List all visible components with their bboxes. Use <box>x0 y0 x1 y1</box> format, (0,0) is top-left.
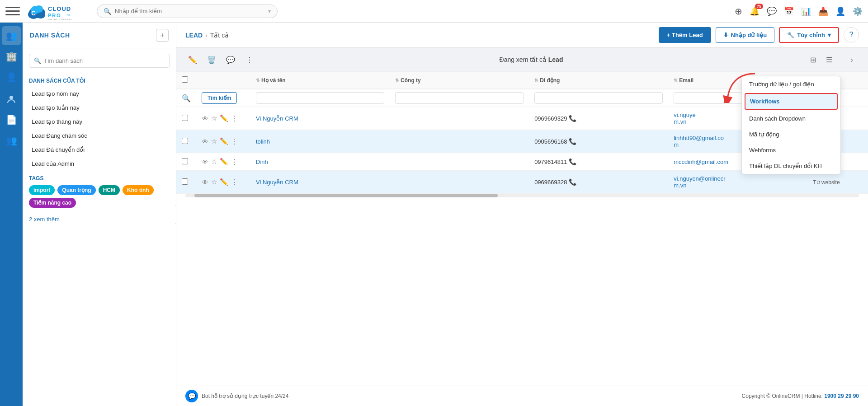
add-icon[interactable]: ⊕ <box>735 6 742 17</box>
expand-icon[interactable]: › <box>844 52 859 67</box>
search-filter-icon[interactable]: 🔍 <box>182 94 191 103</box>
row1-edit-icon[interactable]: ✏️ <box>220 114 228 122</box>
sort-email-icon: ⇅ <box>674 78 677 83</box>
footer: 💬 Bot hỗ trợ sử dụng trực tuyến 24/24 Co… <box>176 386 868 406</box>
sidebar-icon-users[interactable]: 👥 <box>2 26 21 45</box>
search-name-input[interactable] <box>256 92 384 104</box>
calendar-icon[interactable]: 📅 <box>784 6 794 16</box>
row2-star-icon[interactable]: ☆ <box>211 137 217 145</box>
row4-eye-icon[interactable]: 👁 <box>202 178 208 186</box>
tags-container: import Quan trọng HCM Khó tính Tiềm năng… <box>29 185 170 208</box>
row3-name[interactable]: Dinh <box>250 153 390 171</box>
list-item-2[interactable]: Lead tạo tháng này <box>23 115 176 129</box>
row1-more-icon[interactable]: ⋮ <box>231 114 238 122</box>
tag-kho-tinh[interactable]: Khó tính <box>123 185 154 195</box>
tag-hcm[interactable]: HCM <box>99 185 120 195</box>
tag-import[interactable]: import <box>29 185 55 195</box>
row3-more-icon[interactable]: ⋮ <box>231 158 238 166</box>
list-item-1[interactable]: Lead tạo tuần này <box>23 101 176 115</box>
more-toolbar-icon[interactable]: ⋮ <box>242 52 257 67</box>
row1-checkbox[interactable] <box>182 115 188 121</box>
notification-icon[interactable]: 🔔 75 <box>750 6 760 16</box>
search-phone-input[interactable] <box>534 92 663 104</box>
dropdown-item-convert-setup[interactable]: Thiết lập DL chuyển đổi KH <box>742 158 840 174</box>
sub-header: LEAD › Tất cả + Thêm Lead ⬇ Nhập dữ liệu… <box>176 23 868 48</box>
row3-eye-icon[interactable]: 👁 <box>202 158 208 166</box>
global-search[interactable]: 🔍 ▾ <box>97 5 278 18</box>
footer-chat[interactable]: 💬 Bot hỗ trợ sử dụng trực tuyến 24/24 <box>185 390 288 402</box>
sidebar-icon-doc[interactable]: 📄 <box>2 110 21 129</box>
sidebar-icon-people[interactable]: 👥 <box>2 131 21 150</box>
row3-checkbox[interactable] <box>182 158 188 164</box>
row4-star-icon[interactable]: ☆ <box>211 178 217 186</box>
row2-name[interactable]: tolinh <box>250 130 390 153</box>
search-input[interactable] <box>115 8 264 14</box>
customize-button[interactable]: 🔧 Tùy chỉnh ▾ <box>779 27 839 43</box>
dropdown-item-dropdown-list[interactable]: Danh sách Dropdown <box>742 111 840 126</box>
edit-toolbar-icon[interactable]: ✏️ <box>185 52 200 67</box>
sidebar-icon-person[interactable]: 👤 <box>2 68 21 87</box>
row1-star-icon[interactable]: ☆ <box>211 114 217 122</box>
view-more-tags[interactable]: 2 xem thêm <box>23 212 176 226</box>
row4-name[interactable]: Vi Nguyễn CRM <box>250 171 390 194</box>
row4-phone-icon[interactable]: 📞 <box>569 178 576 186</box>
breadcrumb-lead[interactable]: LEAD <box>185 32 203 39</box>
row2-edit-icon[interactable]: ✏️ <box>220 137 228 145</box>
dropdown-item-webforms[interactable]: Webforms <box>742 142 840 158</box>
grid-view-btn[interactable]: ⊞ <box>806 52 820 67</box>
messenger-icon[interactable]: 💬 <box>185 390 198 402</box>
search-company-input[interactable] <box>395 92 524 104</box>
list-item-5[interactable]: Lead của Admin <box>23 157 176 171</box>
user-icon[interactable]: 👤 <box>835 6 845 16</box>
app-logo[interactable]: C CLOUD PRO ™ the art of industry <box>24 3 83 20</box>
delete-toolbar-icon[interactable]: 🗑️ <box>204 52 219 67</box>
row3-phone-icon[interactable]: 📞 <box>569 158 576 165</box>
list-item-4[interactable]: Lead Đã chuyển đổi <box>23 143 176 157</box>
dropdown-item-workflows[interactable]: Workflows <box>745 93 838 110</box>
row4-checkbox[interactable] <box>182 178 188 185</box>
row4-edit-icon[interactable]: ✏️ <box>220 178 228 186</box>
chart-icon[interactable]: 📊 <box>801 6 811 16</box>
row3-star-icon[interactable]: ☆ <box>211 158 217 166</box>
list-view-btn[interactable]: ☰ <box>822 52 836 67</box>
add-list-button[interactable]: + <box>156 29 169 42</box>
row1-phone-icon[interactable]: 📞 <box>569 115 576 122</box>
comment-toolbar-icon[interactable]: 💬 <box>223 52 238 67</box>
row2-eye-icon[interactable]: 👁 <box>202 138 208 145</box>
add-lead-button[interactable]: + Thêm Lead <box>659 27 711 43</box>
horizontal-scrollbar[interactable] <box>185 194 859 197</box>
list-item-0[interactable]: Lead tạo hôm nay <box>23 87 176 101</box>
select-all-checkbox[interactable] <box>182 76 188 83</box>
dropdown-item-fields[interactable]: Trường dữ liệu / gọi điện <box>742 76 840 92</box>
row1-eye-icon[interactable]: 👁 <box>202 115 208 122</box>
search-list-container[interactable]: 🔍 <box>29 54 170 68</box>
search-list-input[interactable] <box>44 57 165 64</box>
col-company[interactable]: ⇅ Công ty <box>390 72 529 89</box>
row4-more-icon[interactable]: ⋮ <box>231 178 238 186</box>
col-phone[interactable]: ⇅ Di động <box>529 72 668 89</box>
import-data-button[interactable]: ⬇ Nhập dữ liệu <box>716 27 775 43</box>
tag-important[interactable]: Quan trọng <box>57 185 95 195</box>
hamburger-menu[interactable] <box>5 4 20 19</box>
chat-icon[interactable]: 💬 <box>767 6 777 16</box>
help-button[interactable]: ? <box>844 27 859 42</box>
inbox-icon[interactable]: 📥 <box>818 6 828 16</box>
row2-checkbox[interactable] <box>182 138 188 144</box>
scrollbar-thumb[interactable] <box>194 194 498 197</box>
row2-more-icon[interactable]: ⋮ <box>231 137 238 145</box>
sidebar-icon-contact[interactable] <box>2 89 21 108</box>
list-item-3[interactable]: Lead Đang chăm sóc <box>23 129 176 143</box>
breadcrumb-all[interactable]: Tất cả <box>210 32 229 39</box>
search-row-check: 🔍 <box>176 89 196 107</box>
row2-phone-icon[interactable]: 📞 <box>569 138 576 145</box>
col-name[interactable]: ⇅ Họ và tên <box>250 72 390 89</box>
search-button[interactable]: Tìm kiếm <box>202 92 237 104</box>
tag-tiem-nang[interactable]: Tiềm năng cao <box>29 198 76 208</box>
dropdown-item-auto-code[interactable]: Mã tự động <box>742 126 840 142</box>
col-checkbox <box>176 72 196 89</box>
hotline[interactable]: 1900 29 29 90 <box>824 393 859 399</box>
settings-icon[interactable]: ⚙️ <box>853 6 863 16</box>
row3-edit-icon[interactable]: ✏️ <box>220 158 228 166</box>
sidebar-icon-building[interactable]: 🏢 <box>2 47 21 66</box>
row1-name[interactable]: Vi Nguyễn CRM <box>250 107 390 130</box>
